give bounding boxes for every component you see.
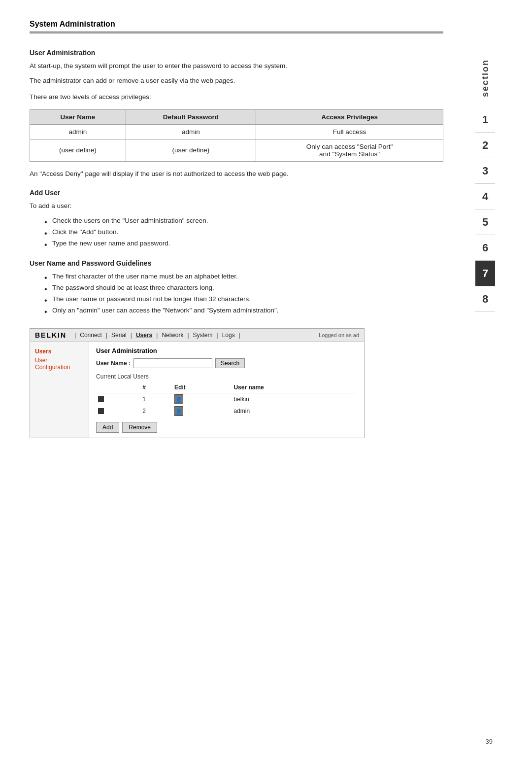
panel-section-title: User Administration [96, 347, 357, 354]
nav-link-network[interactable]: Network [160, 332, 185, 339]
section-num-5[interactable]: 5 [475, 209, 495, 235]
username-search-row: User Name : Search [96, 358, 357, 368]
search-button[interactable]: Search [215, 358, 245, 368]
header-divider [30, 34, 443, 34]
row-checkbox[interactable] [96, 405, 140, 417]
list-item: The user name or password must not be lo… [44, 294, 443, 305]
row1-access: Full access [256, 124, 443, 139]
list-item: Check the users on the "User administrat… [44, 215, 443, 227]
add-button[interactable]: Add [96, 422, 119, 433]
col-header-edit: Edit [172, 383, 232, 393]
username-input[interactable] [133, 358, 212, 368]
checkbox-icon [98, 408, 104, 414]
nav-sep-icon: | [217, 332, 218, 339]
col-header-username: User name [232, 383, 357, 393]
current-local-title: Current Local Users [96, 373, 357, 380]
nav-link-logs[interactable]: Logs [220, 332, 237, 339]
section-numbers: 1 2 3 4 5 6 7 8 [475, 107, 495, 312]
add-user-section: Add User To add a user: Check the users … [30, 189, 443, 249]
row1-password: admin [126, 124, 256, 139]
section-label: section [480, 59, 491, 97]
table-header-password: Default Password [126, 109, 256, 124]
table-header-access: Access Privileges [256, 109, 443, 124]
panel-body: Users User Configuration User Administra… [30, 342, 364, 438]
row1-username: admin [30, 124, 126, 139]
row-checkbox[interactable] [96, 393, 140, 405]
nav-sep-icon: | [239, 332, 240, 339]
list-item: Click the "Add" button. [44, 227, 443, 238]
section-num-3[interactable]: 3 [475, 158, 495, 184]
list-item: Type the new user name and password. [44, 238, 443, 249]
section-num-8[interactable]: 8 [475, 286, 495, 312]
users-table: # Edit User name 1 👤 belkin [96, 383, 357, 417]
col-header-checkbox [96, 383, 140, 393]
section-num-7[interactable]: 7 [475, 261, 495, 286]
nav-sep-icon: | [156, 332, 158, 339]
table-row: 1 👤 belkin [96, 393, 357, 405]
row-num: 1 [140, 393, 172, 405]
checkbox-icon [98, 396, 104, 402]
nav-sep-icon: | [131, 332, 132, 339]
section-num-1[interactable]: 1 [475, 107, 495, 133]
screenshot-panel: BELKIN | Connect | Serial | Users | Netw… [30, 328, 365, 438]
section-num-6[interactable]: 6 [475, 235, 495, 261]
page-number: 39 [486, 738, 493, 745]
row-num: 2 [140, 405, 172, 417]
guidelines-section: User Name and Password Guidelines The fi… [30, 259, 443, 316]
sidebar-item-users[interactable]: Users [35, 348, 84, 355]
edit-user-icon: 👤 [174, 394, 183, 404]
belkin-nav-bar: BELKIN | Connect | Serial | Users | Netw… [30, 329, 364, 342]
list-item: Only an "admin" user can access the "Net… [44, 305, 443, 316]
row-username: belkin [232, 393, 357, 405]
belkin-logo: BELKIN [35, 331, 66, 339]
table-row: (user define) (user define) Only can acc… [30, 139, 443, 161]
panel-main: User Administration User Name : Search C… [89, 342, 364, 438]
guidelines-list: The first character of the user name mus… [30, 271, 443, 316]
add-user-steps: Check the users on the "User administrat… [30, 215, 443, 249]
nav-logged-in: Logged on as ad [319, 332, 359, 338]
user-admin-intro1: At start-up, the system will prompt the … [30, 61, 443, 71]
table-row: 2 👤 admin [96, 405, 357, 417]
right-sidebar: section 1 2 3 4 5 6 7 8 [473, 0, 498, 760]
row-username: admin [232, 405, 357, 417]
user-admin-intro3: There are two levels of access privilege… [30, 92, 443, 103]
nav-sep-icon: | [187, 332, 189, 339]
nav-link-users[interactable]: Users [134, 332, 154, 339]
panel-actions: Add Remove [96, 422, 357, 433]
nav-link-system[interactable]: System [191, 332, 215, 339]
table-header-username: User Name [30, 109, 126, 124]
remove-button[interactable]: Remove [122, 422, 157, 433]
access-privileges-table: User Name Default Password Access Privil… [30, 109, 443, 162]
list-item: The password should be at least three ch… [44, 282, 443, 294]
sidebar-item-user-configuration[interactable]: User Configuration [35, 357, 84, 371]
list-item: The first character of the user name mus… [44, 271, 443, 282]
username-label: User Name : [96, 360, 131, 367]
row-edit-icon[interactable]: 👤 [172, 393, 232, 405]
section-num-2[interactable]: 2 [475, 133, 495, 158]
page-header: System Administration [30, 20, 443, 34]
row2-access: Only can access "Serial Port"and "System… [256, 139, 443, 161]
table-row: admin admin Full access [30, 124, 443, 139]
section-num-4[interactable]: 4 [475, 184, 495, 209]
row-edit-icon[interactable]: 👤 [172, 405, 232, 417]
add-user-intro: To add a user: [30, 201, 443, 211]
nav-link-serial[interactable]: Serial [109, 332, 129, 339]
user-admin-section: User Administration At start-up, the sys… [30, 49, 443, 179]
access-deny-note: An "Access Deny" page will display if th… [30, 169, 443, 179]
col-header-num: # [140, 383, 172, 393]
panel-sidebar: Users User Configuration [30, 342, 89, 438]
edit-user-icon: 👤 [174, 406, 183, 416]
nav-sep-icon: | [106, 332, 107, 339]
add-user-title: Add User [30, 189, 443, 197]
row2-username: (user define) [30, 139, 126, 161]
nav-divider-icon: | [74, 332, 76, 339]
user-admin-title: User Administration [30, 49, 443, 57]
row2-password: (user define) [126, 139, 256, 161]
nav-link-connect[interactable]: Connect [78, 332, 104, 339]
guidelines-title: User Name and Password Guidelines [30, 259, 443, 267]
user-admin-intro2: The administrator can add or remove a us… [30, 75, 443, 86]
page-title: System Administration [30, 20, 443, 33]
